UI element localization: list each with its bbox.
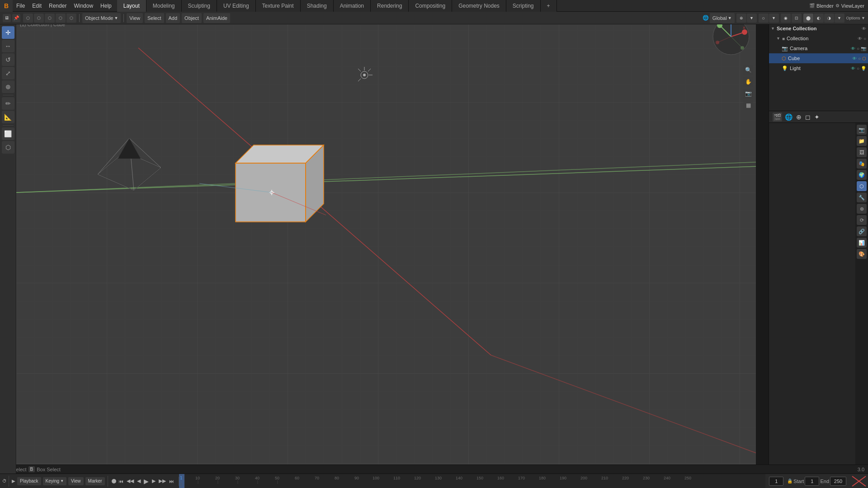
prop-particles-icon[interactable]: ⊕ [857,204,867,214]
tab-animation[interactable]: Animation [334,0,371,12]
add-menu-btn[interactable]: Add [166,13,180,23]
outliner-camera[interactable]: 📷 Camera 👁 ○ 📷 [769,43,868,53]
tab-add[interactable]: + [541,0,557,12]
prop-icon-4[interactable]: ◻ [804,113,811,122]
outliner-scene-collection[interactable]: ▼ Scene Collection 👁 [769,23,868,33]
prop-output-icon[interactable]: 📁 [857,136,867,146]
current-frame-input[interactable] [769,477,783,486]
jump-end-btn[interactable]: ⏭ [168,478,175,485]
view-menu-btn[interactable]: View [127,13,143,23]
search-gizmo-btn[interactable]: 🔍 [743,65,753,75]
animaide-menu-btn[interactable]: AnimAide [203,13,230,23]
scene-name[interactable]: Blender [816,3,834,9]
prop-constraints-icon[interactable]: 🔗 [857,226,867,236]
tab-uv-editing[interactable]: UV Editing [217,0,256,12]
start-frame-input[interactable] [805,477,819,486]
timeline-type-btn[interactable]: ⏱ [0,476,9,487]
prop-icon-5[interactable]: ✦ [813,113,821,122]
light-lock-icon[interactable]: ○ [857,66,859,71]
cam-lock-icon[interactable]: ○ [857,46,859,51]
tab-sculpting[interactable]: Sculpting [182,0,217,12]
material-shading-btn[interactable]: ◐ [814,14,824,23]
outliner-cube[interactable]: ⬡ Cube 👁 ○ ⬡ [769,53,868,63]
tab-geometry-nodes[interactable]: Geometry Nodes [452,0,506,12]
prop-material-icon[interactable]: 🎨 [857,249,867,259]
prop-render-icon[interactable]: 📷 [857,125,867,135]
playback-menu-btn[interactable]: Playback [17,477,41,485]
next-keyframe-btn[interactable]: ▶▶ [158,477,167,485]
menu-help[interactable]: Help [97,0,115,12]
light-vis-icon[interactable]: 👁 [851,66,855,71]
keying-menu-btn[interactable]: Keying ▼ [43,477,67,485]
menu-file[interactable]: File [13,0,28,12]
snap-options-btn[interactable]: ▼ [747,14,757,23]
tool-icon-5[interactable]: ⬡ [66,14,76,23]
pin-btn[interactable]: 📌 [12,14,20,22]
prev-frame-btn[interactable]: ◀ [136,477,142,485]
tool-icon-2[interactable]: ⬡ [34,14,44,23]
prop-world-icon[interactable]: 🌍 [857,170,867,180]
object-mode-btn[interactable]: Object Mode ▼ [82,13,121,23]
prop-icon-3[interactable]: ⊕ [795,113,802,122]
editor-type-btn[interactable]: 🖥 [3,14,11,22]
box-select-tool[interactable]: ⬜ [2,127,14,140]
visibility-icon[interactable]: 👁 [862,26,866,31]
col-visibility-icon[interactable]: 👁 [858,36,862,41]
prop-physics-icon[interactable]: ⟳ [857,215,867,225]
jump-start-btn[interactable]: ⏮ [118,478,124,485]
scale-tool[interactable]: ⤢ [2,67,14,80]
tab-shading[interactable]: Shading [301,0,334,12]
prop-scene-icon[interactable]: 🎭 [857,159,867,169]
prop-object-icon[interactable]: ⬡ [857,181,867,191]
prev-keyframe-btn[interactable]: ◀◀ [126,477,135,485]
eevee-shading-btn[interactable]: ▼ [835,14,844,23]
tool-icon-1[interactable]: ⬡ [23,14,33,23]
cube-lock-icon[interactable]: ○ [858,56,861,61]
proportional-btn[interactable]: ○ [759,14,769,23]
options-dropdown[interactable]: Options ▼ [846,16,865,20]
hand-gizmo-btn[interactable]: ✋ [743,77,753,87]
prop-data-icon[interactable]: 📊 [857,238,867,248]
prop-icon-2[interactable]: 🌐 [784,113,793,122]
view-menu-btn[interactable]: View [68,477,84,485]
snap-btn[interactable]: ⊕ [736,14,746,23]
prop-view-icon[interactable]: 🖼 [857,147,867,157]
object-menu-btn[interactable]: Object [182,13,202,23]
next-frame-btn[interactable]: ▶ [151,477,156,485]
solid-shading-btn[interactable]: ⬤ [803,14,813,23]
add-cube-tool[interactable]: ⬡ [2,141,14,154]
marker-menu-btn[interactable]: Marker [85,477,105,485]
xray-btn[interactable]: ⊡ [792,14,802,23]
tab-compositing[interactable]: Compositing [409,0,452,12]
play-btn[interactable]: ▶ [143,477,150,486]
transform-tool[interactable]: ⊕ [2,80,14,93]
cam-vis-icon[interactable]: 👁 [851,46,855,51]
rotate-tool[interactable]: ↺ [2,53,14,66]
viewport[interactable]: User Perspective (1) Collection | Cube Y… [16,12,756,465]
menu-edit[interactable]: Edit [28,0,45,12]
tab-modeling[interactable]: Modeling [146,0,182,12]
tab-scripting[interactable]: Scripting [506,0,541,12]
overlay-icon[interactable]: ◉ [781,14,791,23]
tab-texture-paint[interactable]: Texture Paint [256,0,301,12]
annotate-tool[interactable]: ✏ [2,97,14,110]
prop-icon-1[interactable]: 🎬 [773,113,782,122]
measure-tool[interactable]: 📐 [2,111,14,123]
timeline-frames[interactable]: 1 | 10 20 30 40 50 60 70 80 90 100 110 1… [179,474,765,488]
tool-icon-4[interactable]: ⬡ [56,14,66,23]
outliner-collection[interactable]: ▼ ■ Collection 👁 ○ [769,33,868,43]
menu-window[interactable]: Window [70,0,97,12]
cube-vis-icon[interactable]: 👁 [852,56,857,61]
move-tool[interactable]: ↔ [2,40,14,52]
cursor-tool[interactable]: ✛ [2,26,14,39]
rendered-shading-btn[interactable]: ◑ [824,14,834,23]
select-menu-btn[interactable]: Select [145,13,164,23]
end-frame-input[interactable] [830,477,846,486]
global-btn[interactable]: Global ▼ [710,13,735,23]
proportional-options-btn[interactable]: ▼ [769,14,779,23]
col-restrict-icon[interactable]: ○ [863,36,866,41]
tool-icon-3[interactable]: ⬡ [45,14,55,23]
prop-modifier-icon[interactable]: 🔧 [857,192,867,202]
camera-gizmo-btn[interactable]: 📷 [743,89,753,99]
grid-gizmo-btn[interactable]: ▦ [743,100,753,110]
